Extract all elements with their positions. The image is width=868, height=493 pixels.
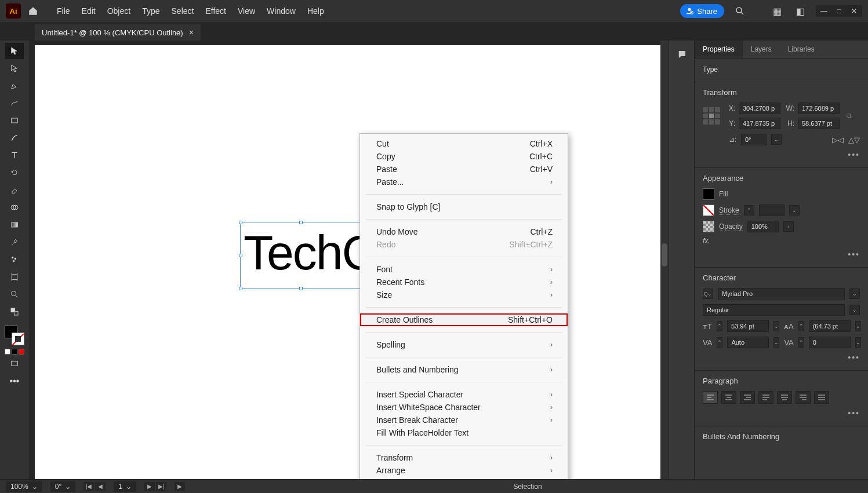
font-family-dropdown[interactable]: ⌄ xyxy=(849,289,860,299)
rotate-input[interactable] xyxy=(741,134,767,145)
menu-select[interactable]: Select xyxy=(172,6,194,16)
appearance-options-icon[interactable]: ••• xyxy=(848,250,860,259)
sel-handle-bl[interactable] xyxy=(239,287,242,290)
eraser-tool-icon[interactable] xyxy=(5,182,24,198)
align-right-icon[interactable] xyxy=(740,391,755,404)
leading-dd[interactable]: ⌄ xyxy=(855,321,861,331)
cm-arrange[interactable]: Arrange› xyxy=(360,464,568,477)
shape-builder-tool-icon[interactable] xyxy=(5,199,24,216)
arrange-docs-icon[interactable]: ▦ xyxy=(769,3,785,19)
cm-cut[interactable]: CutCtrl+X xyxy=(360,137,568,150)
tracking-stepper[interactable]: ⌃ xyxy=(798,337,804,348)
artboard-menu-icon[interactable]: ▶ xyxy=(175,482,185,491)
cm-transform[interactable]: Transform› xyxy=(360,451,568,464)
h-input[interactable] xyxy=(798,118,840,129)
cm-insert-break-character[interactable]: Insert Break Character› xyxy=(360,414,568,426)
leading-stepper[interactable]: ⌃ xyxy=(798,321,804,331)
rotate-dropdown-icon[interactable]: ⌄ xyxy=(771,134,782,145)
menu-edit[interactable]: Edit xyxy=(82,6,96,16)
close-tab-icon[interactable]: × xyxy=(189,28,194,37)
workspace-icon[interactable]: ◧ xyxy=(793,3,808,19)
align-center-icon[interactable] xyxy=(721,391,736,404)
menu-effect[interactable]: Effect xyxy=(205,6,226,16)
sel-handle-bc[interactable] xyxy=(299,287,303,290)
window-close-icon[interactable]: ✕ xyxy=(848,6,860,16)
edit-toolbar-icon[interactable]: ••• xyxy=(5,373,24,389)
menu-object[interactable]: Object xyxy=(107,6,130,16)
last-artboard-icon[interactable]: ▶| xyxy=(156,482,166,491)
brush-tool-icon[interactable] xyxy=(5,130,24,146)
curvature-tool-icon[interactable] xyxy=(5,95,24,111)
leading-input[interactable] xyxy=(809,320,851,332)
x-input[interactable] xyxy=(739,103,780,114)
tab-layers[interactable]: Layers xyxy=(743,41,780,58)
cm-insert-whitespace-character[interactable]: Insert WhiteSpace Character› xyxy=(360,401,568,414)
menu-file[interactable]: File xyxy=(57,6,70,16)
opacity-swatch-icon[interactable] xyxy=(703,221,714,232)
search-icon[interactable] xyxy=(732,3,747,19)
paragraph-options-icon[interactable]: ••• xyxy=(848,408,860,418)
w-input[interactable] xyxy=(798,103,840,114)
vertical-scrollbar[interactable] xyxy=(660,41,669,479)
eyedropper-tool-icon[interactable] xyxy=(5,234,24,250)
menu-window[interactable]: Window xyxy=(267,6,296,16)
justify-right-icon[interactable] xyxy=(796,391,811,404)
pen-tool-icon[interactable] xyxy=(5,78,24,94)
stroke-weight-dropdown[interactable]: ⌄ xyxy=(789,205,800,216)
flip-horizontal-icon[interactable]: ▷◁ xyxy=(832,136,844,144)
justify-left-icon[interactable] xyxy=(758,391,773,404)
font-size-input[interactable] xyxy=(727,320,769,332)
selection-tool-icon[interactable] xyxy=(5,43,24,59)
transform-options-icon[interactable]: ••• xyxy=(848,150,860,159)
constrain-proportions-icon[interactable]: ⧉ xyxy=(844,110,854,122)
reference-point-widget[interactable] xyxy=(703,107,720,125)
cm-select[interactable]: Select› xyxy=(360,477,568,479)
cm-paste[interactable]: PasteCtrl+V xyxy=(360,163,568,176)
type-tool-icon[interactable] xyxy=(5,147,24,163)
cm-bullets-and-numbering[interactable]: Bullets and Numbering› xyxy=(360,363,568,376)
direct-select-tool-icon[interactable] xyxy=(5,60,24,76)
sel-handle-tc[interactable] xyxy=(299,221,303,224)
share-button[interactable]: Share xyxy=(680,4,724,18)
size-dd[interactable]: ⌄ xyxy=(773,321,779,331)
fill-stroke-swatch[interactable] xyxy=(5,326,24,345)
tracking-input[interactable] xyxy=(809,337,851,348)
kerning-input[interactable] xyxy=(727,337,769,348)
artboard-nav-field[interactable]: 1⌄ xyxy=(114,481,136,492)
flip-vertical-icon[interactable]: △▽ xyxy=(848,136,860,144)
sel-handle-ml[interactable] xyxy=(239,254,242,257)
scroll-thumb[interactable] xyxy=(662,243,667,266)
draw-mode-icons[interactable] xyxy=(5,349,24,355)
fill-color-swatch[interactable] xyxy=(703,188,714,200)
cm-copy[interactable]: CopyCtrl+C xyxy=(360,150,568,163)
justify-all-icon[interactable] xyxy=(814,391,829,404)
stroke-color-swatch[interactable] xyxy=(703,204,714,216)
window-minimize-icon[interactable]: — xyxy=(818,6,830,16)
comment-icon[interactable] xyxy=(675,48,689,61)
cm-font[interactable]: Font› xyxy=(360,263,568,276)
stroke-weight-stepper[interactable]: ⌃ xyxy=(744,205,754,216)
justify-center-icon[interactable] xyxy=(777,391,792,404)
font-style-input[interactable] xyxy=(703,304,845,316)
font-style-dropdown[interactable]: ⌄ xyxy=(849,305,860,315)
zoom-field[interactable]: 100%⌄ xyxy=(6,481,42,492)
artboard[interactable]: TechC xyxy=(35,45,663,479)
opacity-dropdown[interactable]: › xyxy=(783,221,794,232)
kerning-stepper[interactable]: ⌃ xyxy=(717,337,722,348)
cm-size[interactable]: Size› xyxy=(360,289,568,301)
cm-insert-special-character[interactable]: Insert Special Character› xyxy=(360,388,568,401)
menu-help[interactable]: Help xyxy=(307,6,324,16)
tracking-dd[interactable]: ⌄ xyxy=(855,337,861,348)
fx-label[interactable]: fx. xyxy=(703,237,710,245)
sel-handle-tl[interactable] xyxy=(239,221,242,224)
artboard-tool-icon[interactable] xyxy=(5,269,24,285)
y-input[interactable] xyxy=(739,118,780,129)
prev-artboard-icon[interactable]: ◀ xyxy=(95,482,106,491)
screen-mode-icon[interactable] xyxy=(5,356,24,372)
rotate-field[interactable]: 0°⌄ xyxy=(50,481,75,492)
font-search-icon[interactable]: Q⌄ xyxy=(703,289,713,299)
size-stepper[interactable]: ⌃ xyxy=(717,321,722,331)
canvas-area[interactable]: TechC CutCtrl+XCopyCtrl+CPasteCtrl+VPast… xyxy=(29,41,669,479)
cm-undo-move[interactable]: Undo MoveCtrl+Z xyxy=(360,225,568,238)
rotate-tool-icon[interactable] xyxy=(5,165,24,181)
